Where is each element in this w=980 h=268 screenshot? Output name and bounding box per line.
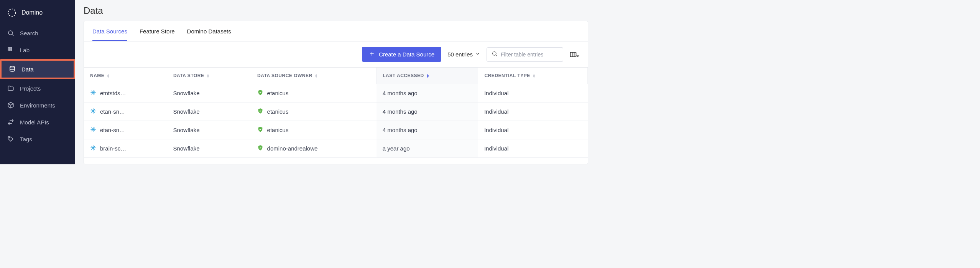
sidebar-item-label: Model APIs bbox=[20, 119, 49, 126]
brand-logo-icon bbox=[7, 8, 17, 18]
sidebar-item-environments[interactable]: Environments bbox=[0, 97, 75, 114]
grid-icon bbox=[7, 46, 15, 54]
row-store: Snowflake bbox=[167, 103, 251, 121]
sort-icon: ▲▼ bbox=[426, 74, 429, 78]
search-icon bbox=[7, 29, 15, 37]
table-row[interactable]: etan-sn… Snowflake etanicus 4 months ago… bbox=[84, 121, 588, 139]
sidebar-item-projects[interactable]: Projects bbox=[0, 80, 75, 97]
row-owner: etanicus bbox=[267, 90, 289, 96]
row-last-accessed: a year ago bbox=[377, 139, 478, 158]
data-sources-table: NAME▲▼DATA STORE▲▼DATA SOURCE OWNER▲▼LAS… bbox=[84, 68, 588, 158]
sidebar-item-tags[interactable]: Tags bbox=[0, 131, 75, 147]
tab-domino-datasets[interactable]: Domino Datasets bbox=[187, 28, 231, 41]
row-name: etan-sn… bbox=[100, 108, 125, 115]
row-last-accessed: 4 months ago bbox=[377, 84, 478, 103]
table-row[interactable]: etan-sn… Snowflake etanicus 4 months ago… bbox=[84, 103, 588, 121]
filter-input[interactable] bbox=[501, 51, 558, 58]
shield-icon bbox=[257, 145, 263, 152]
sidebar-item-lab[interactable]: Lab bbox=[0, 41, 75, 58]
plus-icon bbox=[369, 51, 375, 58]
row-owner: etanicus bbox=[267, 127, 289, 133]
table-row[interactable]: brain-sc… Snowflake domino-andrealowe a … bbox=[84, 139, 588, 158]
row-name: etan-sn… bbox=[100, 127, 125, 133]
row-store: Snowflake bbox=[167, 121, 251, 139]
svg-point-10 bbox=[493, 51, 496, 55]
snowflake-icon bbox=[90, 126, 96, 134]
row-owner: domino-andrealowe bbox=[267, 145, 318, 152]
search-icon bbox=[492, 51, 498, 58]
sidebar-item-label: Tags bbox=[20, 136, 32, 142]
svg-point-0 bbox=[8, 9, 16, 17]
tag-icon bbox=[7, 135, 15, 143]
row-owner: etanicus bbox=[267, 108, 289, 115]
table-row[interactable]: etntstds… Snowflake etanicus 4 months ag… bbox=[84, 84, 588, 103]
sort-icon: ▲▼ bbox=[206, 74, 209, 78]
sidebar-item-label: Environments bbox=[20, 102, 55, 109]
sidebar-item-label: Projects bbox=[20, 85, 41, 92]
shield-icon bbox=[257, 126, 263, 134]
sidebar-item-search[interactable]: Search bbox=[0, 25, 75, 41]
entries-selector[interactable]: 50 entries bbox=[447, 51, 480, 58]
snowflake-icon bbox=[90, 145, 96, 152]
sort-icon: ▲▼ bbox=[315, 74, 318, 78]
sidebar-item-model-apis[interactable]: Model APIs bbox=[0, 114, 75, 131]
sidebar: Domino SearchLabDataProjectsEnvironments… bbox=[0, 0, 75, 164]
row-credential-type: Individual bbox=[478, 84, 588, 103]
row-store: Snowflake bbox=[167, 139, 251, 158]
filter-input-wrapper[interactable] bbox=[487, 47, 563, 62]
main: Data Data SourcesFeature StoreDomino Dat… bbox=[75, 0, 597, 164]
tabs: Data SourcesFeature StoreDomino Datasets bbox=[84, 21, 588, 41]
tab-data-sources[interactable]: Data Sources bbox=[92, 28, 127, 41]
svg-rect-6 bbox=[10, 50, 12, 51]
create-data-source-button[interactable]: Create a Data Source bbox=[362, 47, 441, 62]
sidebar-item-data[interactable]: Data bbox=[2, 61, 74, 78]
svg-rect-5 bbox=[8, 50, 10, 51]
shield-icon bbox=[257, 89, 263, 97]
toolbar: Create a Data Source 50 entries bbox=[84, 41, 588, 68]
svg-rect-2 bbox=[8, 47, 10, 49]
row-last-accessed: 4 months ago bbox=[377, 121, 478, 139]
svg-point-8 bbox=[10, 66, 15, 68]
sidebar-item-label: Data bbox=[21, 66, 34, 73]
row-name: brain-sc… bbox=[100, 145, 126, 152]
row-name: etntstds… bbox=[100, 90, 126, 96]
svg-rect-3 bbox=[10, 47, 12, 49]
svg-point-9 bbox=[9, 137, 10, 138]
column-picker-button[interactable] bbox=[569, 51, 579, 58]
sort-icon: ▲▼ bbox=[533, 74, 536, 78]
swap-icon bbox=[7, 118, 15, 126]
brand-name: Domino bbox=[21, 9, 43, 16]
snowflake-icon bbox=[90, 89, 96, 97]
row-credential-type: Individual bbox=[478, 121, 588, 139]
sidebar-item-label: Search bbox=[20, 30, 38, 36]
nav: SearchLabDataProjectsEnvironmentsModel A… bbox=[0, 25, 75, 147]
sort-icon: ▲▼ bbox=[107, 74, 110, 78]
chevron-down-icon bbox=[475, 51, 480, 58]
brand: Domino bbox=[0, 2, 75, 25]
entries-label: 50 entries bbox=[447, 51, 473, 58]
svg-rect-11 bbox=[571, 52, 576, 57]
row-credential-type: Individual bbox=[478, 103, 588, 121]
cube-icon bbox=[7, 101, 15, 109]
database-icon bbox=[8, 65, 16, 73]
folder-icon bbox=[7, 84, 15, 92]
column-header-credential-type[interactable]: CREDENTIAL TYPE▲▼ bbox=[478, 68, 588, 84]
row-credential-type: Individual bbox=[478, 139, 588, 158]
column-header-data-store[interactable]: DATA STORE▲▼ bbox=[167, 68, 251, 84]
sidebar-item-label: Lab bbox=[20, 47, 30, 53]
column-header-data-source-owner[interactable]: DATA SOURCE OWNER▲▼ bbox=[251, 68, 377, 84]
row-store: Snowflake bbox=[167, 84, 251, 103]
panel: Data SourcesFeature StoreDomino Datasets… bbox=[84, 21, 588, 164]
shield-icon bbox=[257, 108, 263, 115]
create-button-label: Create a Data Source bbox=[379, 51, 434, 58]
tab-feature-store[interactable]: Feature Store bbox=[140, 28, 175, 41]
column-header-last-accessed[interactable]: LAST ACCESSED▲▼ bbox=[377, 68, 478, 84]
column-header-name[interactable]: NAME▲▼ bbox=[84, 68, 167, 84]
page-title: Data bbox=[75, 0, 597, 21]
row-last-accessed: 4 months ago bbox=[377, 103, 478, 121]
snowflake-icon bbox=[90, 108, 96, 115]
